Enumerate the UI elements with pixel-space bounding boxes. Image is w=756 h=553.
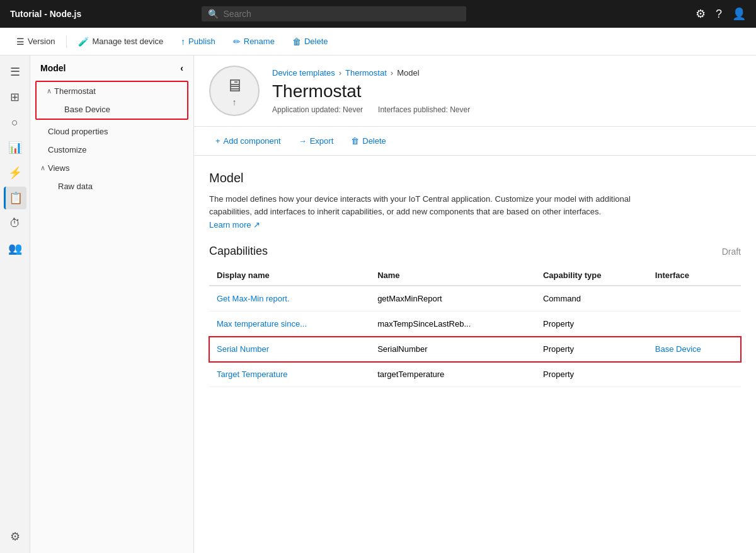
search-input[interactable] bbox=[224, 9, 460, 19]
add-icon: + bbox=[215, 136, 220, 146]
draft-badge: Draft bbox=[722, 247, 741, 257]
views-collapse-icon: ∧ bbox=[40, 164, 45, 172]
manage-icon: 🧪 bbox=[78, 37, 89, 47]
sidebar-item-base-device[interactable]: Base Device bbox=[37, 100, 187, 119]
table-header-row: Display name Name Capability type Interf… bbox=[209, 265, 741, 286]
device-meta: Application updated: Never Interfaces pu… bbox=[272, 105, 470, 114]
version-button[interactable]: ☰ Version bbox=[10, 34, 61, 49]
version-icon: ☰ bbox=[16, 37, 25, 47]
model-section: Model The model defines how your device … bbox=[194, 156, 756, 230]
capability-interface bbox=[648, 286, 741, 311]
sidebar-model-label: Model bbox=[40, 63, 66, 73]
table-row: Get Max-Min report.getMaxMinReportComman… bbox=[209, 286, 741, 311]
rename-icon: ✏ bbox=[233, 37, 241, 47]
thermostat-collapse-icon: ∧ bbox=[47, 87, 52, 95]
capability-interface: Base Device bbox=[648, 337, 741, 362]
capability-name: targetTemperature bbox=[370, 362, 536, 387]
model-description: The model defines how your device intera… bbox=[209, 193, 675, 218]
sidebar: Model ‹ ∧ Thermostat Base Device Cloud p… bbox=[30, 55, 194, 553]
capability-type: Property bbox=[536, 337, 648, 362]
breadcrumb: Device templates › Thermostat › Model bbox=[272, 68, 470, 78]
capabilities-header: Capabilities Draft bbox=[209, 245, 741, 258]
capability-name: getMaxMinReport bbox=[370, 286, 536, 311]
capability-type: Property bbox=[536, 362, 648, 387]
nav-rules-icon[interactable]: ⚡ bbox=[4, 161, 26, 184]
export-button[interactable]: → Export bbox=[292, 133, 340, 149]
settings-icon[interactable]: ⚙ bbox=[696, 7, 706, 21]
breadcrumb-model: Model bbox=[397, 68, 419, 78]
external-link-icon: ↗ bbox=[253, 220, 260, 230]
breadcrumb-thermostat[interactable]: Thermostat bbox=[345, 68, 387, 78]
device-avatar: 🖥 ↑ bbox=[209, 66, 260, 116]
publish-button[interactable]: ↑ Publish bbox=[175, 34, 222, 49]
action-delete-icon: 🗑 bbox=[351, 136, 359, 146]
sidebar-item-customize[interactable]: Customize bbox=[30, 141, 193, 159]
action-delete-button[interactable]: 🗑 Delete bbox=[345, 133, 392, 149]
device-info: Device templates › Thermostat › Model Th… bbox=[272, 68, 470, 114]
breadcrumb-device-templates[interactable]: Device templates bbox=[272, 68, 335, 78]
model-title: Model bbox=[209, 171, 741, 185]
toolbar-divider-1 bbox=[66, 35, 67, 48]
nav-devices-icon[interactable]: ○ bbox=[4, 111, 26, 134]
capabilities-title: Capabilities bbox=[209, 245, 268, 258]
col-name: Name bbox=[370, 265, 536, 286]
capabilities-section: Capabilities Draft Display name Name Cap… bbox=[194, 230, 756, 387]
app-updated: Application updated: Never bbox=[272, 105, 363, 114]
col-interface: Interface bbox=[648, 265, 741, 286]
nav-jobs-icon[interactable]: ⏱ bbox=[4, 212, 26, 235]
nav-settings-bottom-icon[interactable]: ⚙ bbox=[4, 525, 26, 548]
search-bar[interactable]: 🔍 bbox=[202, 6, 466, 21]
capability-interface bbox=[648, 362, 741, 387]
capability-display-name[interactable]: Target Temperature bbox=[209, 362, 370, 387]
action-bar: + Add component → Export 🗑 Delete bbox=[194, 127, 756, 156]
table-row: Target TemperaturetargetTemperaturePrope… bbox=[209, 362, 741, 387]
topbar: Tutorial - Node.js 🔍 ⚙ ? 👤 bbox=[0, 0, 756, 28]
profile-icon[interactable]: 👤 bbox=[732, 7, 746, 21]
nav-home-icon[interactable]: ☰ bbox=[4, 61, 26, 83]
col-capability-type: Capability type bbox=[536, 265, 648, 286]
learn-more-link[interactable]: Learn more ↗ bbox=[209, 220, 260, 230]
capability-name: SerialNumber bbox=[370, 337, 536, 362]
rename-button[interactable]: ✏ Rename bbox=[227, 34, 281, 49]
sidebar-item-cloud-properties[interactable]: Cloud properties bbox=[30, 122, 193, 141]
device-avatar-sub: ↑ bbox=[232, 97, 237, 107]
nav-analytics-icon[interactable]: 📊 bbox=[4, 136, 26, 159]
publish-icon: ↑ bbox=[181, 37, 185, 47]
manage-test-device-button[interactable]: 🧪 Manage test device bbox=[72, 34, 169, 49]
capabilities-table: Display name Name Capability type Interf… bbox=[209, 265, 741, 387]
breadcrumb-sep-2: › bbox=[391, 68, 393, 78]
main-layout: ☰ ⊞ ○ 📊 ⚡ 📋 ⏱ 👥 ⚙ Model ‹ ∧ Thermostat B… bbox=[0, 55, 756, 553]
delete-icon: 🗑 bbox=[292, 37, 301, 47]
nav-templates-icon[interactable]: 📋 bbox=[4, 187, 26, 209]
capability-display-name[interactable]: Get Max-Min report. bbox=[209, 286, 370, 311]
capability-interface bbox=[648, 311, 741, 337]
device-avatar-icon: 🖥 bbox=[226, 75, 243, 96]
sidebar-item-thermostat[interactable]: ∧ Thermostat bbox=[37, 82, 187, 100]
sidebar-item-views[interactable]: ∧ Views bbox=[30, 159, 193, 177]
capability-display-name[interactable]: Serial Number bbox=[209, 337, 370, 362]
toolbar: ☰ Version 🧪 Manage test device ↑ Publish… bbox=[0, 28, 756, 55]
sidebar-model-header: Model ‹ bbox=[30, 55, 193, 78]
app-title: Tutorial - Node.js bbox=[10, 9, 81, 19]
help-icon[interactable]: ? bbox=[716, 8, 722, 21]
delete-button[interactable]: 🗑 Delete bbox=[286, 34, 335, 49]
content-area: 🖥 ↑ Device templates › Thermostat › Mode… bbox=[194, 55, 756, 553]
capability-type: Command bbox=[536, 286, 648, 311]
capability-type: Property bbox=[536, 311, 648, 337]
nav-organizations-icon[interactable]: 👥 bbox=[4, 237, 26, 260]
sidebar-item-raw-data[interactable]: Raw data bbox=[30, 177, 193, 195]
sidebar-highlighted-box: ∧ Thermostat Base Device bbox=[35, 81, 188, 120]
topbar-icons: ⚙ ? 👤 bbox=[696, 7, 746, 21]
nav-dashboard-icon[interactable]: ⊞ bbox=[4, 86, 26, 108]
table-row: Serial NumberSerialNumberPropertyBase De… bbox=[209, 337, 741, 362]
table-row: Max temperature since...maxTempSinceLast… bbox=[209, 311, 741, 337]
search-icon: 🔍 bbox=[208, 9, 219, 19]
sidebar-collapse-icon[interactable]: ‹ bbox=[180, 63, 183, 73]
col-display-name: Display name bbox=[209, 265, 370, 286]
device-title: Thermostat bbox=[272, 81, 470, 102]
export-icon: → bbox=[299, 136, 307, 146]
capability-display-name[interactable]: Max temperature since... bbox=[209, 311, 370, 337]
device-header: 🖥 ↑ Device templates › Thermostat › Mode… bbox=[194, 55, 756, 127]
add-component-button[interactable]: + Add component bbox=[209, 133, 287, 149]
breadcrumb-sep-1: › bbox=[339, 68, 341, 78]
